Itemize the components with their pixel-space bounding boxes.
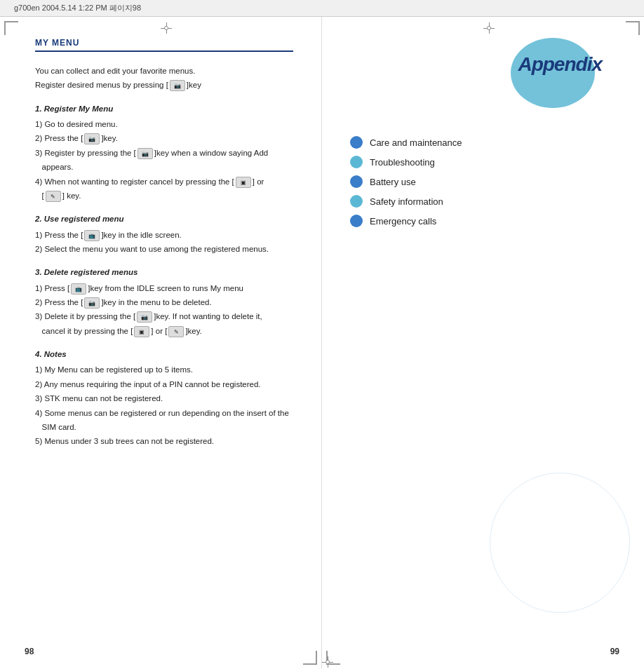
s2-step1: 1) Press the [📺]key in the idle screen. bbox=[35, 229, 293, 241]
label-troubleshooting: Troubleshooting bbox=[370, 157, 435, 168]
s4-step3: 3) STK menu can not be registered. bbox=[35, 392, 293, 405]
main-content: MY MENU You can collect and edit your fa… bbox=[0, 17, 644, 669]
section2-title: 2. Use registered menu bbox=[35, 213, 293, 225]
corner-top-right bbox=[626, 21, 640, 35]
menu-item-battery: Battery use bbox=[350, 175, 616, 188]
bullet-care bbox=[350, 136, 363, 149]
section4-title: 4. Notes bbox=[35, 349, 293, 360]
page-number-left: 98 bbox=[25, 647, 34, 656]
s4-step1: 1) My Menu can be registered up to 5 ite… bbox=[35, 363, 293, 376]
s4-step5: 5) Menus under 3 sub trees can not be re… bbox=[35, 435, 293, 447]
bullet-emergency bbox=[350, 215, 363, 227]
menu-item-safety: Safety information bbox=[350, 195, 616, 208]
page-number-right: 99 bbox=[610, 647, 619, 656]
label-emergency: Emergency calls bbox=[370, 216, 436, 227]
s2-step2: 2) Select the menu you want to use among… bbox=[35, 243, 293, 255]
header-text: g700en 2004.5.14 1:22 PM 페이지98 bbox=[14, 4, 141, 12]
s3-step2: 2) Press the [📷]key in the menu to be de… bbox=[35, 296, 293, 309]
s1-step2: 2) Press the [📷]key. bbox=[35, 132, 293, 144]
menu-item-care: Care and maintenance bbox=[350, 136, 616, 149]
intro-line-2: Register desired menus by pressing [📷]ke… bbox=[35, 79, 293, 91]
section1-title: 1. Register My Menu bbox=[35, 103, 293, 115]
bullet-safety bbox=[350, 195, 363, 208]
menu-item-troubleshooting: Troubleshooting bbox=[350, 156, 616, 168]
s4-step4: 4) Some menus can be registered or run d… bbox=[35, 407, 293, 419]
section3-title: 3. Delete registered menus bbox=[35, 266, 293, 278]
s1-step4b: [✎] key. bbox=[35, 189, 293, 202]
left-page: MY MENU You can collect and edit your fa… bbox=[0, 17, 322, 669]
s3-step3b: cancel it by pressing the [▣] or [✎]key. bbox=[35, 325, 293, 337]
intro-line-1: You can collect and edit your favorite m… bbox=[35, 65, 293, 77]
s3-step3: 3) Delete it by pressing the [📷]key. If … bbox=[35, 310, 293, 323]
header-bar: g700en 2004.5.14 1:22 PM 페이지98 bbox=[0, 0, 644, 17]
menu-item-emergency: Emergency calls bbox=[350, 215, 616, 227]
menu-items-list: Care and maintenance Troubleshooting Bat… bbox=[350, 136, 616, 227]
s4-step2: 2) Any menus requiring the input of a PI… bbox=[35, 378, 293, 391]
s1-step1: 1) Go to desired menu. bbox=[35, 118, 293, 130]
s1-step4: 4) When not wanting to register cancel b… bbox=[35, 175, 293, 188]
s1-step3b: appears. bbox=[35, 161, 293, 173]
bullet-troubleshooting bbox=[350, 156, 363, 168]
s3-step1: 1) Press [📺]key from the IDLE screen to … bbox=[35, 282, 293, 295]
deco-arc bbox=[490, 473, 630, 613]
appendix-header: Appendix bbox=[350, 38, 616, 101]
label-battery: Battery use bbox=[370, 177, 416, 187]
right-page: Appendix Care and maintenance Troublesho… bbox=[322, 17, 644, 669]
s4-step4b: SIM card. bbox=[35, 421, 293, 433]
page-title: MY MENU bbox=[35, 38, 293, 52]
appendix-title: Appendix bbox=[518, 53, 602, 76]
corner-top-left bbox=[4, 21, 18, 35]
label-safety: Safety information bbox=[370, 196, 443, 207]
s1-step3: 3) Register by pressing the [📷]key when … bbox=[35, 147, 293, 159]
bullet-battery bbox=[350, 175, 363, 188]
label-care: Care and maintenance bbox=[370, 137, 462, 148]
corner-bottom-right bbox=[303, 651, 317, 665]
